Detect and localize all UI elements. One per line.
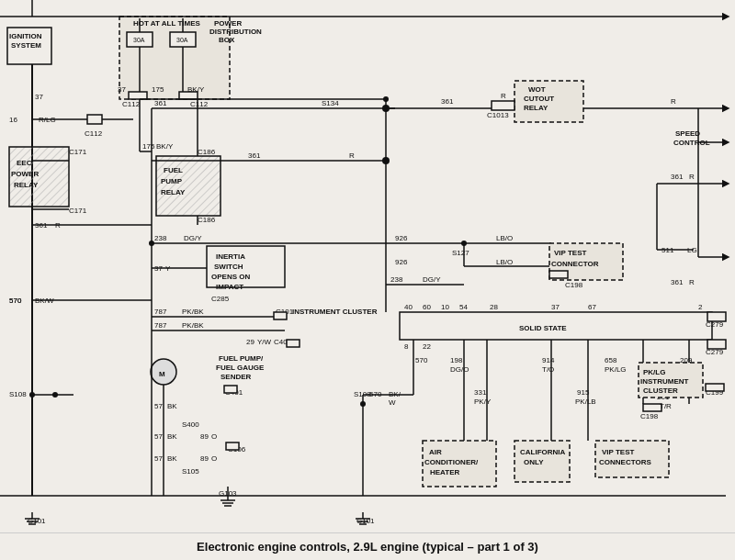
svg-text:LB/O: LB/O bbox=[496, 234, 513, 242]
svg-text:FUEL PUMP/: FUEL PUMP/ bbox=[219, 354, 264, 363]
svg-text:C186: C186 bbox=[198, 216, 216, 224]
svg-rect-34 bbox=[87, 115, 102, 124]
svg-text:SOLID STATE: SOLID STATE bbox=[519, 324, 567, 332]
svg-text:54: 54 bbox=[459, 303, 468, 311]
svg-text:C186: C186 bbox=[198, 148, 216, 156]
svg-text:C112: C112 bbox=[122, 100, 141, 108]
svg-text:CONNECTOR: CONNECTOR bbox=[551, 260, 599, 268]
svg-text:S105: S105 bbox=[182, 467, 199, 476]
svg-text:M: M bbox=[159, 370, 165, 378]
svg-rect-236 bbox=[643, 404, 662, 411]
svg-text:22: 22 bbox=[423, 342, 431, 351]
svg-text:C171: C171 bbox=[69, 148, 87, 156]
svg-text:658: 658 bbox=[605, 356, 617, 364]
svg-text:361: 361 bbox=[671, 173, 684, 181]
svg-text:LB/O: LB/O bbox=[496, 258, 513, 266]
svg-text:CUTOUT: CUTOUT bbox=[524, 95, 554, 103]
svg-text:361: 361 bbox=[154, 99, 167, 107]
svg-text:FUEL GAUGE: FUEL GAUGE bbox=[216, 364, 265, 372]
svg-text:HEATER: HEATER bbox=[430, 468, 460, 476]
svg-text:926: 926 bbox=[395, 258, 408, 266]
svg-text:926: 926 bbox=[395, 234, 408, 242]
svg-text:175: 175 bbox=[152, 85, 164, 94]
svg-text:R: R bbox=[501, 92, 506, 100]
svg-text:BK: BK bbox=[167, 454, 177, 463]
svg-text:16: 16 bbox=[9, 116, 17, 124]
svg-text:OPENS ON: OPENS ON bbox=[211, 273, 250, 281]
svg-text:28: 28 bbox=[490, 303, 498, 311]
svg-text:HOT AT ALL TIMES: HOT AT ALL TIMES bbox=[133, 19, 201, 28]
svg-text:361: 361 bbox=[671, 278, 684, 286]
svg-text:SYSTEM: SYSTEM bbox=[11, 41, 41, 50]
svg-text:R: R bbox=[349, 151, 355, 160]
svg-text:331: 331 bbox=[474, 388, 487, 397]
svg-text:DISTRIBUTION: DISTRIBUTION bbox=[209, 28, 262, 36]
svg-rect-134 bbox=[274, 312, 287, 319]
svg-text:C1013: C1013 bbox=[487, 111, 509, 119]
svg-text:R: R bbox=[689, 278, 695, 286]
svg-text:ONLY: ONLY bbox=[524, 458, 544, 466]
svg-text:RELAY: RELAY bbox=[524, 104, 548, 112]
svg-rect-142 bbox=[287, 340, 300, 347]
svg-text:VIP TEST: VIP TEST bbox=[554, 249, 587, 257]
svg-text:Y/W: Y/W bbox=[257, 338, 272, 346]
svg-rect-112 bbox=[549, 271, 568, 278]
svg-text:S400: S400 bbox=[182, 420, 199, 429]
svg-text:C198: C198 bbox=[640, 412, 659, 420]
svg-text:C279: C279 bbox=[706, 348, 724, 356]
svg-text:40: 40 bbox=[404, 303, 413, 311]
svg-text:R: R bbox=[671, 97, 676, 106]
svg-text:C279: C279 bbox=[706, 320, 724, 329]
svg-text:57: 57 bbox=[154, 432, 163, 441]
svg-text:175: 175 bbox=[142, 142, 155, 151]
svg-text:C112: C112 bbox=[85, 129, 103, 138]
svg-text:PK/Y: PK/Y bbox=[474, 398, 492, 406]
svg-text:361: 361 bbox=[441, 97, 454, 106]
svg-text:S127: S127 bbox=[452, 249, 469, 257]
svg-point-256 bbox=[383, 96, 389, 102]
svg-text:R: R bbox=[689, 173, 695, 181]
svg-text:INSTRUMENT: INSTRUMENT bbox=[640, 377, 689, 386]
svg-text:787: 787 bbox=[154, 308, 167, 316]
svg-text:S134: S134 bbox=[322, 99, 339, 107]
svg-text:BOX: BOX bbox=[219, 36, 235, 44]
svg-text:IGNITION: IGNITION bbox=[9, 32, 42, 40]
svg-text:IMPACT: IMPACT bbox=[216, 283, 243, 291]
svg-text:CONNECTORS: CONNECTORS bbox=[599, 458, 651, 466]
svg-rect-77 bbox=[492, 101, 514, 110]
svg-text:914: 914 bbox=[542, 356, 555, 364]
svg-text:RELAY: RELAY bbox=[14, 181, 39, 189]
svg-text:T/R: T/R bbox=[660, 402, 672, 410]
svg-text:67: 67 bbox=[588, 303, 596, 311]
svg-text:30A: 30A bbox=[133, 37, 145, 43]
svg-text:CLUSTER: CLUSTER bbox=[643, 386, 678, 395]
svg-text:INSTRUMENT CLUSTER: INSTRUMENT CLUSTER bbox=[292, 308, 378, 316]
svg-text:AIR: AIR bbox=[429, 448, 442, 456]
svg-text:57: 57 bbox=[154, 454, 163, 463]
svg-text:PK/BK: PK/BK bbox=[182, 321, 204, 330]
svg-text:CONDITIONER/: CONDITIONER/ bbox=[424, 458, 479, 466]
svg-rect-56 bbox=[156, 156, 220, 216]
svg-text:PK/LG: PK/LG bbox=[605, 365, 627, 374]
caption-bar: Electronic engine controls, 2.9L engine … bbox=[0, 532, 735, 560]
svg-text:DG/Y: DG/Y bbox=[184, 234, 202, 242]
svg-text:10: 10 bbox=[441, 303, 449, 311]
svg-text:37: 37 bbox=[118, 85, 126, 94]
svg-text:198: 198 bbox=[450, 356, 463, 364]
svg-text:BK: BK bbox=[167, 432, 177, 441]
svg-text:INERTIA: INERTIA bbox=[216, 252, 245, 261]
svg-text:C285: C285 bbox=[211, 295, 230, 303]
svg-text:WOT: WOT bbox=[528, 85, 546, 94]
svg-text:30A: 30A bbox=[176, 37, 188, 43]
svg-text:37: 37 bbox=[35, 93, 43, 101]
svg-text:57: 57 bbox=[154, 402, 163, 410]
svg-text:89: 89 bbox=[200, 454, 209, 463]
svg-text:C198: C198 bbox=[565, 281, 583, 289]
svg-text:361: 361 bbox=[248, 151, 261, 160]
svg-text:SPEED: SPEED bbox=[675, 129, 700, 138]
svg-text:PK/LG: PK/LG bbox=[643, 368, 665, 376]
svg-text:POWER: POWER bbox=[214, 19, 242, 28]
svg-text:787: 787 bbox=[154, 321, 167, 330]
svg-text:RELAY: RELAY bbox=[161, 188, 186, 196]
svg-text:238: 238 bbox=[154, 234, 167, 242]
